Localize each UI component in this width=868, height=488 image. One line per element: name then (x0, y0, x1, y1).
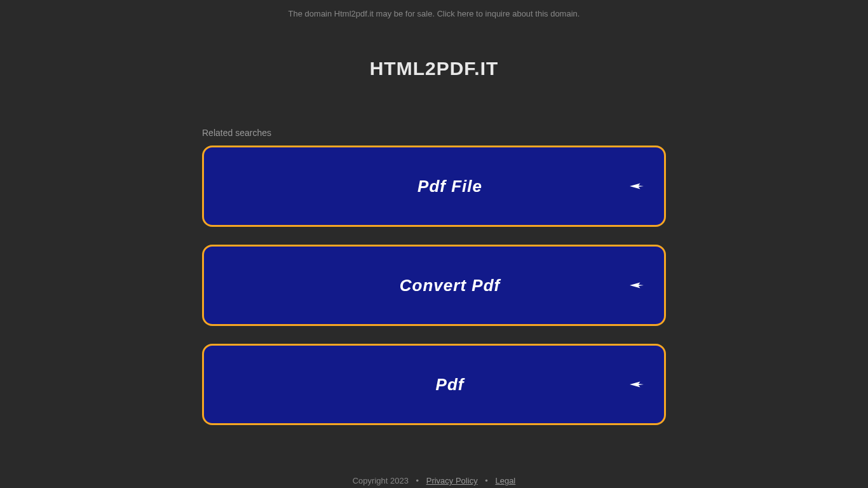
related-searches-label: Related searches (202, 128, 666, 138)
arrow-right-icon (630, 180, 644, 192)
privacy-policy-link[interactable]: Privacy Policy (426, 476, 478, 485)
related-searches-section: Related searches Pdf File Convert Pdf Pd… (202, 128, 666, 425)
arrow-right-icon (630, 379, 644, 390)
copyright-text: Copyright 2023 (353, 476, 409, 485)
legal-link[interactable]: Legal (495, 476, 515, 485)
footer: Copyright 2023 • Privacy Policy • Legal (0, 476, 868, 485)
search-item-pdf-file[interactable]: Pdf File (202, 146, 666, 227)
separator: • (416, 476, 419, 485)
domain-title: HTML2PDF.IT (0, 58, 868, 79)
domain-sale-banner[interactable]: The domain Html2pdf.it may be for sale. … (0, 0, 868, 18)
search-item-pdf[interactable]: Pdf (202, 344, 666, 425)
arrow-right-icon (630, 280, 644, 291)
search-item-label: Pdf File (204, 177, 664, 196)
separator: • (485, 476, 488, 485)
search-item-label: Convert Pdf (204, 276, 664, 295)
search-item-label: Pdf (204, 375, 664, 395)
search-item-convert-pdf[interactable]: Convert Pdf (202, 245, 666, 326)
